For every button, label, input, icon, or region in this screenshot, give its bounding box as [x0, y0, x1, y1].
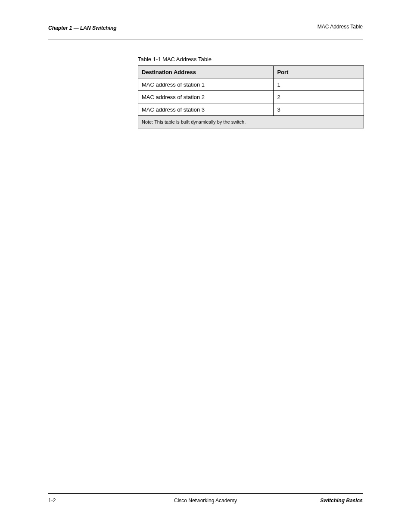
cell-port: 1 — [274, 78, 364, 91]
cell-destination: MAC address of station 3 — [138, 103, 274, 116]
table-row: MAC address of station 2 2 — [138, 91, 364, 103]
header-chapter-title: Chapter 1 — LAN Switching — [48, 25, 117, 31]
table-header-destination: Destination Address — [138, 66, 274, 78]
table-footnote: Note: This table is built dynamically by… — [138, 116, 364, 128]
table-footnote-row: Note: This table is built dynamically by… — [138, 116, 364, 128]
footer-right-text: Switching Basics — [320, 498, 363, 504]
table-header-row: Destination Address Port — [138, 66, 364, 78]
cell-port: 3 — [274, 103, 364, 116]
table-caption: Table 1-1 MAC Address Table — [138, 56, 212, 62]
page-header: Chapter 1 — LAN Switching MAC Address Ta… — [48, 24, 363, 37]
table-row: MAC address of station 3 3 — [138, 103, 364, 116]
cell-destination: MAC address of station 2 — [138, 91, 274, 103]
page-footer: 1-2 Cisco Networking Academy Switching B… — [48, 498, 363, 510]
table-row: MAC address of station 1 1 — [138, 78, 364, 91]
footer-rule — [48, 493, 363, 494]
header-section-title: MAC Address Table — [318, 24, 363, 30]
cell-destination: MAC address of station 1 — [138, 78, 274, 91]
table-header-port: Port — [274, 66, 364, 78]
header-rule — [48, 40, 363, 40]
footer-center-text: Cisco Networking Academy — [48, 498, 363, 504]
mac-address-table: Destination Address Port MAC address of … — [138, 65, 364, 128]
cell-port: 2 — [274, 91, 364, 103]
